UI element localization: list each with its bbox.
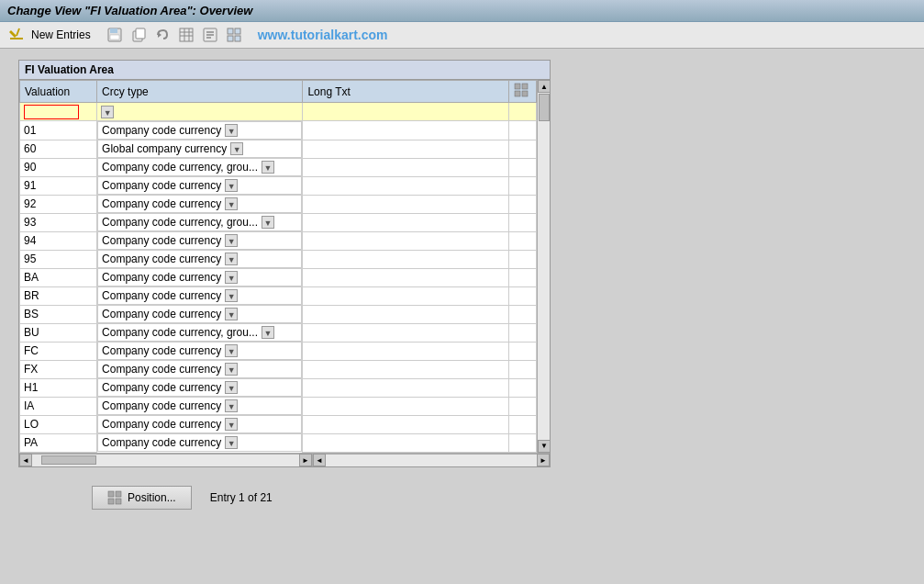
- table-icon[interactable]: [177, 26, 195, 44]
- svg-rect-22: [515, 84, 520, 89]
- cell-valuation: H1: [20, 378, 97, 397]
- crcy-dropdown[interactable]: ▼: [225, 436, 238, 449]
- table-row: BUCompany code currency, grou...▼: [20, 323, 537, 342]
- watermark-text: www.tutorialkart.com: [258, 28, 388, 42]
- hscroll-right-left-btn[interactable]: ◄: [313, 454, 326, 466]
- crcy-dropdown[interactable]: ▼: [225, 197, 238, 210]
- cell-crcy: Company code currency▼: [97, 433, 302, 452]
- cell-crcy: Company code currency▼: [97, 195, 302, 213]
- cell-crcy: Company code currency▼: [97, 378, 302, 397]
- edit-icon[interactable]: [7, 26, 26, 44]
- crcy-value: Company code currency: [102, 234, 221, 247]
- cell-valuation: 91: [20, 176, 97, 195]
- table-row: BRCompany code currency▼: [20, 286, 537, 305]
- scroll-up-btn[interactable]: ▲: [538, 80, 551, 93]
- crcy-dropdown[interactable]: ▼: [225, 344, 238, 357]
- crcy-dropdown[interactable]: ▼: [225, 399, 238, 412]
- config-icon[interactable]: [225, 26, 243, 44]
- save-icon[interactable]: [106, 26, 124, 44]
- cell-valuation: 94: [20, 231, 97, 250]
- content-area: FI Valuation Area Valuation Crcy type Lo…: [0, 49, 924, 521]
- crcy-dropdown[interactable]: ▼: [225, 381, 238, 394]
- vertical-scrollbar[interactable]: ▲ ▼: [537, 80, 550, 453]
- crcy-dropdown[interactable]: ▼: [225, 363, 238, 376]
- hscroll-left: ◄ ►: [19, 454, 313, 466]
- scroll-down-btn[interactable]: ▼: [538, 440, 551, 453]
- crcy-dropdown[interactable]: ▼: [225, 234, 238, 247]
- hscroll-right-btn[interactable]: ►: [299, 454, 312, 466]
- table-row: PACompany code currency▼: [20, 433, 537, 452]
- svg-rect-5: [110, 35, 119, 39]
- crcy-dropdown[interactable]: ▼: [262, 326, 274, 339]
- hscroll-right-right-btn[interactable]: ►: [537, 454, 550, 466]
- table-row: FXCompany code currency▼: [20, 360, 537, 378]
- crcy-dropdown[interactable]: ▼: [225, 179, 238, 192]
- bottom-bar: Position... Entry 1 of 21: [18, 486, 906, 510]
- cell-longtxt: [303, 231, 508, 250]
- table-row: 91Company code currency▼: [20, 176, 537, 195]
- hscroll-bar-right[interactable]: ◄ ►: [313, 454, 550, 466]
- crcy-dropdown[interactable]: ▼: [262, 161, 274, 174]
- cell-crcy: Company code currency, grou...▼: [97, 323, 302, 342]
- scroll-thumb[interactable]: [539, 94, 550, 121]
- table-bottom-row: ◄ ► ◄ ►: [19, 453, 550, 466]
- crcy-value: Company code currency: [102, 197, 221, 210]
- new-entries-label[interactable]: New Entries: [31, 28, 91, 41]
- detail-icon[interactable]: [201, 26, 219, 44]
- svg-rect-19: [235, 28, 240, 34]
- cell-valuation: LO: [20, 415, 97, 433]
- col-icon-grid[interactable]: [508, 81, 536, 103]
- cell-crcy: Company code currency▼: [97, 305, 302, 323]
- cell-valuation: IA: [20, 397, 97, 415]
- table-row: 94Company code currency▼: [20, 231, 537, 250]
- crcy-value: Company code currency: [102, 289, 221, 302]
- cell-longtxt: [303, 433, 508, 452]
- cell-valuation: 93: [20, 213, 97, 231]
- cell-longtxt: [303, 195, 508, 213]
- svg-rect-28: [108, 499, 114, 504]
- table-row: H1Company code currency▼: [20, 378, 537, 397]
- svg-line-2: [17, 28, 19, 36]
- crcy-value: Company code currency: [102, 271, 221, 284]
- title-bar: Change View "FI Valuation Area": Overvie…: [0, 0, 924, 22]
- cell-valuation: FX: [20, 360, 97, 378]
- new-entry-valuation-input[interactable]: [24, 105, 79, 119]
- hscroll-left-btn[interactable]: ◄: [19, 454, 32, 466]
- svg-rect-23: [522, 84, 528, 89]
- hscroll-thumb[interactable]: [41, 455, 96, 465]
- crcy-dropdown[interactable]: ▼: [225, 124, 238, 137]
- new-entry-row: ▼: [20, 103, 537, 121]
- table-row: 92Company code currency▼: [20, 195, 537, 213]
- crcy-dropdown-arrow[interactable]: ▼: [101, 106, 114, 118]
- crcy-dropdown[interactable]: ▼: [262, 216, 274, 229]
- scroll-track: [538, 93, 550, 440]
- new-entry-valuation-cell[interactable]: [20, 103, 97, 121]
- cell-crcy: Company code currency▼: [97, 360, 302, 378]
- crcy-dropdown[interactable]: ▼: [225, 289, 238, 302]
- svg-rect-0: [10, 38, 23, 39]
- cell-crcy: Company code currency▼: [97, 176, 302, 195]
- svg-rect-29: [116, 499, 121, 504]
- crcy-dropdown[interactable]: ▼: [225, 253, 238, 265]
- crcy-value: Company code currency: [102, 253, 221, 265]
- cell-crcy: Company code currency▼: [97, 286, 302, 305]
- col-header-longtxt: Long Txt: [303, 81, 508, 103]
- svg-rect-21: [235, 36, 240, 41]
- cell-longtxt: [303, 158, 508, 176]
- crcy-dropdown[interactable]: ▼: [225, 418, 238, 431]
- crcy-value: Company code currency, grou...: [102, 161, 258, 174]
- new-entry-crcy-cell: ▼: [97, 103, 303, 121]
- crcy-dropdown[interactable]: ▼: [225, 308, 238, 320]
- page-title: Change View "FI Valuation Area": Overvie…: [7, 4, 252, 17]
- position-button[interactable]: Position...: [92, 486, 192, 510]
- crcy-dropdown[interactable]: ▼: [230, 142, 243, 155]
- cell-longtxt: [303, 268, 508, 286]
- hscroll-bar-left[interactable]: ◄ ►: [19, 454, 312, 466]
- copy-icon[interactable]: [129, 26, 148, 44]
- crcy-value: Company code currency: [102, 179, 221, 192]
- crcy-dropdown[interactable]: ▼: [225, 271, 238, 284]
- hscroll-right: ◄ ►: [313, 454, 550, 466]
- col-header-valuation: Valuation: [20, 81, 97, 103]
- cell-crcy: Company code currency▼: [97, 231, 302, 250]
- undo-icon[interactable]: [153, 26, 172, 44]
